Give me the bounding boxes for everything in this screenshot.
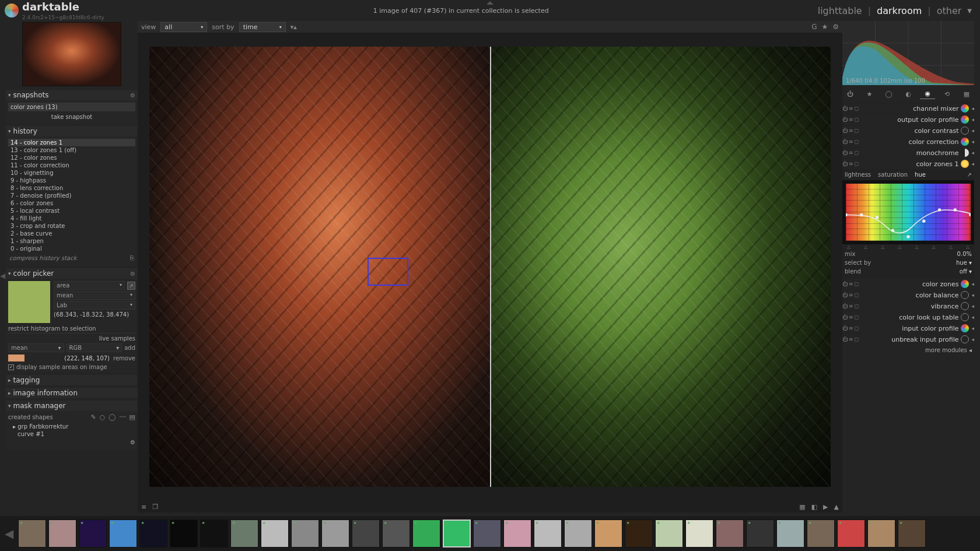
filmstrip-thumbnail[interactable]: ★ — [898, 520, 926, 548]
multi-instance-icon[interactable]: ≡ — [849, 161, 853, 167]
reset-icon[interactable]: ◻ — [855, 128, 859, 134]
view-other[interactable]: other — [937, 5, 962, 16]
module-row-color-balance[interactable]: ⏻≡◻color balance◂ — [842, 289, 974, 300]
restrict-histogram-label[interactable]: restrict histogram to selection — [8, 324, 135, 334]
power-icon[interactable]: ⏻ — [842, 161, 848, 167]
collapse-top-icon[interactable] — [487, 1, 494, 5]
compress-history-button[interactable]: compress history stack — [9, 255, 130, 261]
history-item[interactable]: 7 - denoise (profiled) — [8, 192, 135, 199]
mask-item[interactable]: curve #1 — [8, 430, 135, 438]
add-sample-button[interactable]: add — [124, 345, 135, 351]
filmstrip-thumbnail[interactable]: ★ — [200, 520, 228, 548]
histogram[interactable]: 1/640 f/4.0 102mm iso 100 — [842, 21, 974, 85]
filmstrip-thumbnail[interactable]: ★ — [109, 520, 137, 548]
filmstrip-thumbnail[interactable]: ★ — [170, 520, 198, 548]
take-snapshot-button[interactable]: take snapshot — [8, 113, 135, 121]
color-picker-header[interactable]: ▾ color picker ⚙ — [6, 268, 138, 279]
chevron-down-icon[interactable]: ▼ — [967, 8, 972, 14]
filmstrip-thumbnail[interactable]: ★ — [473, 520, 501, 548]
power-icon[interactable]: ⏻ — [842, 314, 848, 320]
filmstrip-thumbnail[interactable]: ★ — [412, 520, 440, 548]
history-item[interactable]: 13 - color zones 1 (off) — [8, 146, 135, 154]
gear-icon[interactable]: ⚙ — [130, 271, 135, 277]
filmstrip-thumbnail[interactable]: ★ — [230, 520, 258, 548]
chevron-left-icon[interactable]: ◂ — [971, 139, 974, 145]
filmstrip-thumbnail[interactable]: ★ — [321, 520, 349, 548]
power-icon[interactable]: ⏻ — [842, 106, 848, 111]
picker-icon[interactable]: ↗ — [967, 171, 972, 178]
more-modules-button[interactable]: more modules ◂ — [842, 345, 974, 356]
chevron-left-icon[interactable]: ◂ — [971, 314, 974, 320]
module-row-unbreak-input-profile[interactable]: ⏻≡◻unbreak input profile◂ — [842, 334, 974, 345]
mask-manager-header[interactable]: ▾ mask manager — [6, 401, 138, 411]
color-zones-tab-hue[interactable]: hue — [915, 171, 926, 178]
module-row-output-color-profile[interactable]: ⏻≡◻output color profile◂ — [842, 114, 974, 125]
sort-select[interactable]: time▾ — [239, 22, 286, 32]
filmstrip-thumbnail[interactable]: ★ — [685, 520, 713, 548]
module-group-effect-icon[interactable]: ▦ — [959, 89, 974, 99]
display-samples-checkbox[interactable]: ✓ display sample areas on image — [8, 364, 135, 370]
chevron-left-icon[interactable]: ◂ — [971, 161, 974, 167]
multi-instance-icon[interactable]: ≡ — [849, 336, 853, 342]
color-picker-region[interactable] — [368, 258, 408, 286]
view-select[interactable]: all▾ — [160, 22, 207, 32]
filmstrip-thumbnail[interactable]: ★ — [594, 520, 622, 548]
filmstrip-thumbnail[interactable]: ★ — [79, 520, 107, 548]
chevron-left-icon[interactable]: ◂ — [971, 336, 974, 342]
module-row-vibrance[interactable]: ⏻≡◻vibrance◂ — [842, 300, 974, 311]
filmstrip-thumbnail[interactable]: ★ — [48, 520, 76, 548]
chevron-left-icon[interactable]: ◂ — [971, 292, 974, 298]
reset-icon[interactable]: ◻ — [855, 336, 859, 342]
filmstrip-thumbnail[interactable]: ★ — [807, 520, 835, 548]
module-group-basic-icon[interactable]: ◯ — [881, 89, 897, 99]
history-item[interactable]: 10 - vignetting — [8, 169, 135, 177]
gear-icon[interactable]: ⚙ — [832, 23, 839, 31]
mask-group-item[interactable]: ▸ grp Farbkorrektur — [8, 423, 135, 430]
view-lighttable[interactable]: lighttable — [818, 5, 862, 16]
history-header[interactable]: ▾ history — [6, 126, 138, 136]
multi-instance-icon[interactable]: ≡ — [849, 117, 853, 122]
gear-icon[interactable]: ⚙ — [130, 92, 135, 99]
filmstrip-thumbnail[interactable]: ★ — [776, 520, 804, 548]
multi-instance-icon[interactable]: ≡ — [849, 128, 853, 134]
module-row-color-correction[interactable]: ⏻≡◻color correction◂ — [842, 136, 974, 147]
select-by-select[interactable]: hue ▾ — [956, 259, 972, 266]
history-item[interactable]: 9 - highpass — [8, 177, 135, 184]
filmstrip-thumbnail[interactable]: ★ — [625, 520, 653, 548]
image-canvas[interactable] — [149, 47, 831, 487]
tagging-header[interactable]: ▸ tagging — [6, 375, 138, 385]
history-item[interactable]: 12 - color zones — [8, 154, 135, 162]
power-icon[interactable]: ⏻ — [842, 150, 848, 156]
module-row-color-look-up-table[interactable]: ⏻≡◻color look up table◂ — [842, 311, 974, 322]
reset-icon[interactable]: ◻ — [855, 314, 859, 320]
expand-left-icon[interactable]: ◀ — [0, 272, 5, 280]
circle-icon[interactable]: ○ — [100, 413, 106, 421]
picker-space-select[interactable]: Lab▾ — [54, 301, 135, 310]
gradient-icon[interactable]: ▤ — [130, 413, 135, 421]
module-row-color-zones[interactable]: ⏻≡◻color zones◂ — [842, 278, 974, 289]
sample-stat-select[interactable]: mean▾ — [8, 343, 64, 352]
view-darkroom[interactable]: darkroom — [877, 5, 922, 16]
history-item[interactable]: 0 - original — [8, 245, 135, 252]
snapshots-header[interactable]: ▾ snapshots ⚙ — [6, 90, 138, 100]
power-icon[interactable]: ⏻ — [842, 128, 848, 134]
filmstrip[interactable]: ◀ ★★★★★★★★★★★★★★★★★★★★★★★★★★★★★★ — [0, 516, 980, 551]
module-row-color-contrast[interactable]: ⏻≡◻color contrast◂ — [842, 125, 974, 136]
multi-instance-icon[interactable]: ≡ — [849, 292, 853, 298]
color-zones-tab-saturation[interactable]: saturation — [878, 171, 908, 178]
reset-icon[interactable]: ◻ — [855, 106, 859, 111]
module-row-channel-mixer[interactable]: ⏻≡◻channel mixer◂ — [842, 103, 974, 114]
filmstrip-thumbnail[interactable]: ★ — [655, 520, 683, 548]
power-icon[interactable]: ⏻ — [842, 139, 848, 145]
power-icon[interactable]: ⏻ — [842, 303, 848, 309]
chevron-left-icon[interactable]: ◀ — [2, 527, 16, 541]
history-item[interactable]: 11 - color correction — [8, 162, 135, 169]
module-row-monochrome[interactable]: ⏻≡◻monochrome◂ — [842, 147, 974, 158]
multi-instance-icon[interactable]: ≡ — [849, 303, 853, 309]
styles-icon[interactable]: ❒ — [152, 503, 158, 511]
power-icon[interactable]: ⏻ — [842, 325, 848, 331]
gear-icon[interactable]: ⚙ — [130, 439, 135, 445]
style-save-icon[interactable]: ⎘ — [130, 254, 134, 262]
color-zones-graph[interactable] — [842, 180, 974, 244]
filmstrip-thumbnail[interactable]: ★ — [18, 520, 46, 548]
